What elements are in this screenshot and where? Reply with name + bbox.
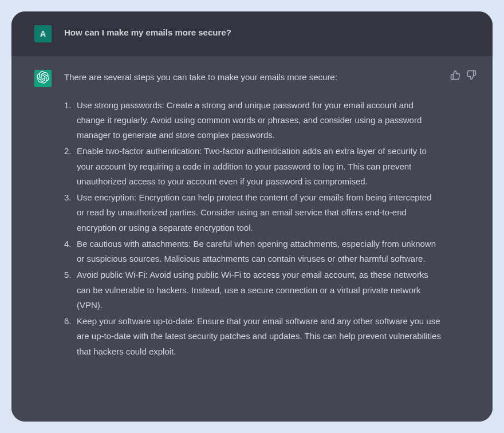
chat-container: A How can I make my emails more secure? …: [11, 11, 493, 422]
user-avatar-letter: A: [40, 29, 46, 38]
list-item: Avoid public Wi-Fi: Avoid using public W…: [77, 267, 441, 313]
assistant-numbered-list: Use strong passwords: Create a strong an…: [64, 98, 441, 359]
list-item: Enable two-factor authentication: Two-fa…: [77, 144, 441, 189]
list-item: Use strong passwords: Create a strong an…: [77, 98, 441, 143]
thumbs-down-button[interactable]: [466, 70, 477, 80]
user-message-row: A How can I make my emails more secure?: [11, 11, 493, 56]
list-item: Be cautious with attachments: Be careful…: [77, 237, 441, 267]
assistant-avatar: [34, 70, 52, 87]
openai-logo-icon: [37, 71, 49, 86]
user-message-text: How can I make my emails more secure?: [64, 25, 231, 37]
list-item: Keep your software up-to-date: Ensure th…: [77, 314, 441, 359]
thumbs-up-icon: [450, 73, 460, 82]
user-avatar: A: [34, 25, 52, 42]
list-item: Use encryption: Encryption can help prot…: [77, 190, 441, 235]
thumbs-down-icon: [466, 73, 477, 82]
feedback-buttons: [450, 70, 477, 80]
assistant-response-content: There are several steps you can take to …: [64, 70, 470, 360]
assistant-intro-text: There are several steps you can take to …: [64, 71, 441, 84]
thumbs-up-button[interactable]: [450, 70, 460, 80]
assistant-message-row: There are several steps you can take to …: [11, 56, 493, 422]
